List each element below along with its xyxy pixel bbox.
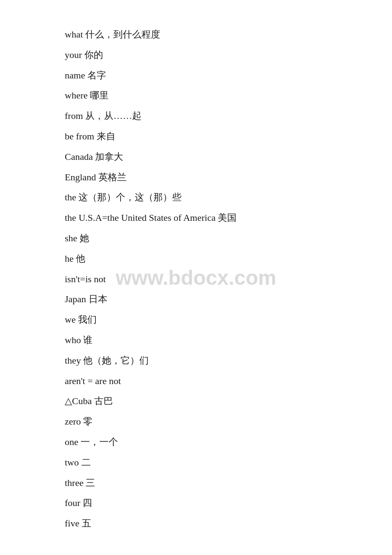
vocab-item: England 英格兰 <box>65 168 327 186</box>
vocab-item: five 五 <box>65 515 327 532</box>
page-content: what 什么，到什么程度your 你的name 名字where 哪里from … <box>0 0 392 555</box>
vocab-item: she 她 <box>65 229 327 247</box>
vocab-item: name 名字 <box>65 66 327 84</box>
vocab-item: three 三 <box>65 474 327 492</box>
vocab-item: where 哪里 <box>65 87 327 104</box>
vocab-item: Canada 加拿大 <box>65 148 327 166</box>
vocab-item: aren't = are not <box>65 372 327 390</box>
vocab-item: your 你的 <box>65 46 327 64</box>
vocab-item: isn't=is not <box>65 270 327 288</box>
vocab-item: zero 零 <box>65 413 327 431</box>
vocab-item: from 从，从……起 <box>65 107 327 125</box>
vocab-item: we 我们 <box>65 311 327 329</box>
vocab-item: he 他 <box>65 250 327 268</box>
vocab-item: △Cuba 古巴 <box>65 392 327 410</box>
vocab-item: Japan 日本 <box>65 290 327 308</box>
vocab-item: four 四 <box>65 494 327 512</box>
vocab-item: what 什么，到什么程度 <box>65 26 327 43</box>
vocab-item: the 这（那）个，这（那）些 <box>65 188 327 206</box>
vocab-item: be from 来自 <box>65 127 327 145</box>
vocab-item: they 他（她，它）们 <box>65 352 327 370</box>
vocab-item: one 一，一个 <box>65 433 327 451</box>
vocab-item: the U.S.A=the United States of America 美… <box>65 209 327 227</box>
vocab-item: two 二 <box>65 454 327 471</box>
vocab-item: who 谁 <box>65 331 327 349</box>
